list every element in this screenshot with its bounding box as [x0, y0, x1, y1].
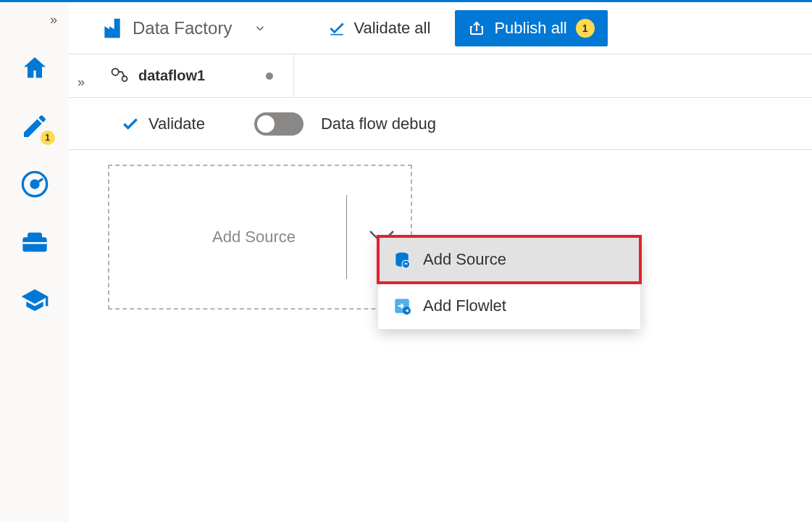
left-nav-rail: » 1	[0, 2, 69, 522]
svg-point-1	[30, 179, 39, 188]
tab-title: dataflow1	[138, 67, 205, 84]
home-icon	[20, 54, 49, 83]
nav-home[interactable]	[17, 51, 52, 86]
validate-button[interactable]: Validate	[121, 115, 205, 133]
expand-resource-panel-icon[interactable]: »	[78, 75, 85, 90]
graduation-cap-icon	[20, 286, 49, 315]
divider	[346, 195, 347, 279]
tab-strip: dataflow1	[69, 54, 812, 98]
dropdown-add-source[interactable]: Add Source	[378, 236, 640, 283]
validate-all-button[interactable]: Validate all	[319, 14, 439, 42]
add-source-label: Add Source	[212, 228, 296, 246]
debug-toggle[interactable]	[254, 112, 304, 136]
nav-manage[interactable]	[17, 225, 52, 260]
nav-monitor[interactable]	[17, 167, 52, 202]
expand-rail-icon[interactable]: »	[50, 12, 57, 28]
factory-icon	[101, 17, 124, 40]
dropdown-add-flowlet-label: Add Flowlet	[423, 297, 506, 315]
command-bar: Data Factory Validate all Publish all 1	[69, 2, 812, 54]
validate-label: Validate	[148, 115, 205, 133]
publish-count-badge: 1	[576, 19, 595, 38]
debug-label: Data flow debug	[321, 115, 436, 133]
flowlet-icon	[393, 297, 411, 315]
tab-strip-empty	[294, 54, 812, 97]
svg-point-3	[112, 68, 119, 75]
source-dropdown: Add Source Add Flowlet	[378, 236, 640, 329]
dataflow-icon	[109, 66, 130, 86]
unsaved-indicator-icon	[266, 72, 273, 80]
validate-all-icon	[327, 19, 346, 38]
nav-learn[interactable]	[17, 283, 52, 318]
toggle-knob-icon	[257, 115, 275, 133]
datasource-icon	[393, 250, 411, 269]
dropdown-add-flowlet[interactable]: Add Flowlet	[378, 283, 640, 329]
gauge-icon	[20, 170, 49, 199]
chevron-down-icon	[254, 22, 267, 35]
publish-icon	[468, 20, 485, 37]
dropdown-add-source-label: Add Source	[423, 250, 506, 269]
add-source-placeholder[interactable]: Add Source	[108, 165, 412, 310]
dataflow-toolbar: Validate Data flow debug	[69, 98, 812, 150]
author-badge: 1	[41, 130, 55, 145]
svg-rect-2	[22, 242, 46, 244]
factory-name: Data Factory	[133, 18, 232, 38]
publish-all-button[interactable]: Publish all 1	[455, 10, 607, 46]
check-icon	[121, 115, 140, 133]
tab-dataflow1[interactable]: dataflow1	[101, 54, 294, 97]
publish-all-label: Publish all	[494, 19, 566, 38]
validate-all-label: Validate all	[353, 19, 430, 38]
factory-selector[interactable]: Data Factory	[101, 17, 267, 40]
toolbox-icon	[20, 228, 49, 257]
nav-author[interactable]: 1	[17, 109, 52, 144]
